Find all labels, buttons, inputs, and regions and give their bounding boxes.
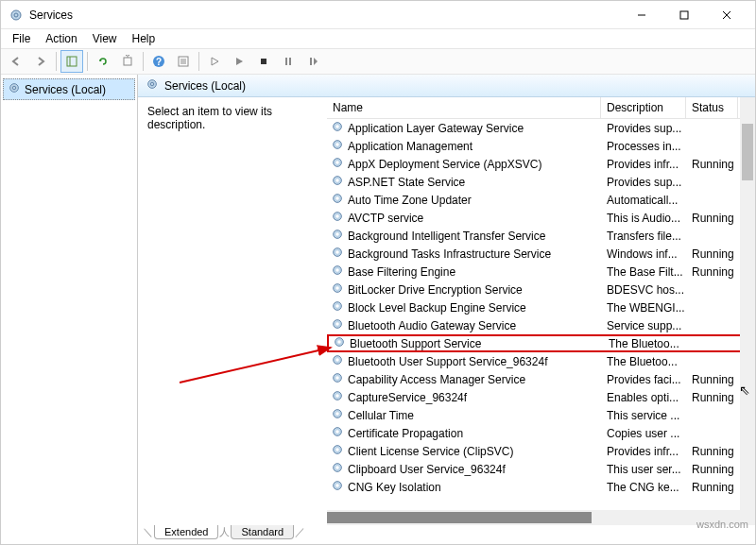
service-row[interactable]: Client License Service (ClipSVC)Provides… bbox=[327, 442, 755, 460]
col-header-name[interactable]: Name bbox=[327, 97, 601, 118]
service-row[interactable]: Application ManagementProcesses in... bbox=[327, 137, 755, 155]
gear-icon bbox=[331, 192, 344, 208]
menu-file[interactable]: File bbox=[5, 30, 38, 47]
col-header-description[interactable]: Description bbox=[601, 97, 686, 118]
horizontal-scrollbar[interactable] bbox=[327, 510, 755, 525]
gear-icon bbox=[331, 479, 344, 495]
svg-point-30 bbox=[335, 179, 339, 182]
col-header-status[interactable]: Status bbox=[686, 97, 738, 118]
service-row[interactable]: Capability Access Manager ServiceProvide… bbox=[327, 370, 755, 388]
vertical-scrollbar[interactable] bbox=[740, 97, 755, 525]
service-row[interactable]: CNG Key IsolationThe CNG ke...Running bbox=[327, 478, 755, 496]
service-description: The WBENGI... bbox=[601, 301, 686, 315]
service-name: Clipboard User Service_96324f bbox=[348, 463, 506, 476]
service-row[interactable]: Cellular TimeThis service ... bbox=[327, 406, 755, 424]
svg-point-56 bbox=[335, 412, 339, 416]
toolbar: ? bbox=[1, 48, 755, 75]
service-row[interactable]: Auto Time Zone UpdaterAutomaticall... bbox=[327, 191, 755, 209]
svg-point-22 bbox=[150, 82, 154, 86]
svg-point-36 bbox=[335, 232, 339, 236]
gear-icon bbox=[331, 264, 344, 280]
svg-point-64 bbox=[335, 484, 339, 487]
svg-point-20 bbox=[12, 86, 16, 90]
tab-extended[interactable]: Extended bbox=[154, 525, 218, 539]
service-row[interactable]: Bluetooth Audio Gateway ServiceService s… bbox=[327, 316, 755, 334]
svg-point-28 bbox=[335, 161, 339, 164]
gear-icon bbox=[331, 138, 344, 154]
gear-icon bbox=[331, 246, 344, 262]
refresh-button[interactable] bbox=[92, 50, 114, 73]
service-description: Provides faci... bbox=[601, 373, 686, 386]
menu-view[interactable]: View bbox=[85, 30, 125, 47]
export-button[interactable] bbox=[116, 50, 139, 73]
minimize-button[interactable] bbox=[620, 1, 662, 28]
service-description: This is Audio... bbox=[601, 212, 686, 225]
help-button[interactable]: ? bbox=[147, 50, 170, 73]
content-header-label: Services (Local) bbox=[164, 79, 246, 93]
stop-button[interactable] bbox=[252, 50, 275, 73]
services-window: Services File Action View Help ? bbox=[0, 0, 756, 545]
service-name: AVCTP service bbox=[348, 212, 423, 225]
svg-rect-15 bbox=[261, 59, 266, 64]
gear-icon bbox=[331, 371, 344, 387]
tab-standard[interactable]: Standard bbox=[231, 525, 294, 539]
play-button[interactable] bbox=[228, 50, 250, 73]
svg-text:?: ? bbox=[156, 57, 162, 67]
pause-button[interactable] bbox=[277, 50, 300, 73]
svg-point-62 bbox=[335, 466, 339, 469]
service-row[interactable]: Application Layer Gateway ServiceProvide… bbox=[327, 119, 755, 137]
tree-item-services-local[interactable]: Services (Local) bbox=[3, 78, 135, 100]
service-name: AppX Deployment Service (AppXSVC) bbox=[348, 158, 541, 171]
service-row[interactable]: Block Level Backup Engine ServiceThe WBE… bbox=[327, 298, 755, 316]
start-button[interactable] bbox=[203, 50, 226, 73]
service-row[interactable]: AppX Deployment Service (AppXSVC)Provide… bbox=[327, 155, 755, 173]
svg-point-32 bbox=[335, 196, 339, 200]
back-button[interactable] bbox=[5, 50, 27, 73]
service-name: BitLocker Drive Encryption Service bbox=[348, 283, 523, 297]
svg-rect-8 bbox=[124, 58, 131, 65]
properties-button[interactable] bbox=[172, 50, 195, 73]
service-description: Service supp... bbox=[601, 319, 686, 332]
service-row[interactable]: Background Intelligent Transfer ServiceT… bbox=[327, 227, 755, 245]
menubar: File Action View Help bbox=[1, 29, 755, 48]
services-list-panel: Name Description Status Application Laye… bbox=[327, 97, 755, 525]
services-list[interactable]: Application Layer Gateway ServiceProvide… bbox=[327, 119, 755, 510]
service-row[interactable]: AVCTP serviceThis is Audio...Running bbox=[327, 209, 755, 227]
maximize-button[interactable] bbox=[662, 1, 705, 28]
gear-icon bbox=[331, 407, 344, 423]
svg-point-54 bbox=[335, 394, 339, 398]
service-name: Bluetooth User Support Service_96324f bbox=[348, 355, 547, 368]
service-name: Cellular Time bbox=[348, 409, 414, 422]
service-row[interactable]: CaptureService_96324fEnables opti...Runn… bbox=[327, 388, 755, 406]
menu-help[interactable]: Help bbox=[125, 30, 163, 47]
service-row[interactable]: Bluetooth User Support Service_96324fThe… bbox=[327, 352, 755, 370]
service-status: Running bbox=[686, 247, 738, 261]
service-status: Running bbox=[686, 445, 738, 458]
service-row[interactable]: Base Filtering EngineThe Base Filt...Run… bbox=[327, 263, 755, 281]
tree-item-label: Services (Local) bbox=[25, 83, 106, 96]
service-row[interactable]: Background Tasks Infrastructure ServiceW… bbox=[327, 245, 755, 263]
menu-action[interactable]: Action bbox=[38, 30, 84, 47]
gear-icon bbox=[331, 389, 344, 405]
tree-panel: Services (Local) bbox=[1, 75, 138, 544]
service-row[interactable]: BitLocker Drive Encryption ServiceBDESVC… bbox=[327, 281, 755, 298]
show-hide-tree-button[interactable] bbox=[60, 50, 83, 73]
service-row[interactable]: Clipboard User Service_96324fThis user s… bbox=[327, 460, 755, 478]
forward-button[interactable] bbox=[29, 50, 52, 73]
svg-point-24 bbox=[335, 125, 339, 128]
service-name: Client License Service (ClipSVC) bbox=[348, 445, 513, 458]
service-description: Transfers file... bbox=[601, 230, 686, 243]
close-button[interactable] bbox=[705, 1, 747, 28]
restart-button[interactable] bbox=[301, 50, 324, 73]
service-row[interactable]: Certificate PropagationCopies user ... bbox=[327, 424, 755, 442]
gear-icon bbox=[331, 156, 344, 172]
svg-point-60 bbox=[335, 448, 339, 451]
service-name: Background Intelligent Transfer Service bbox=[348, 230, 545, 243]
svg-point-48 bbox=[337, 340, 341, 344]
svg-point-46 bbox=[335, 322, 339, 326]
service-description: Windows inf... bbox=[601, 247, 686, 261]
service-row[interactable]: ASP.NET State ServiceProvides sup... bbox=[327, 173, 755, 191]
service-row[interactable]: Bluetooth Support ServiceThe Bluetoo... bbox=[327, 334, 755, 352]
service-name: Capability Access Manager Service bbox=[348, 373, 525, 386]
service-description: Copies user ... bbox=[601, 427, 686, 440]
